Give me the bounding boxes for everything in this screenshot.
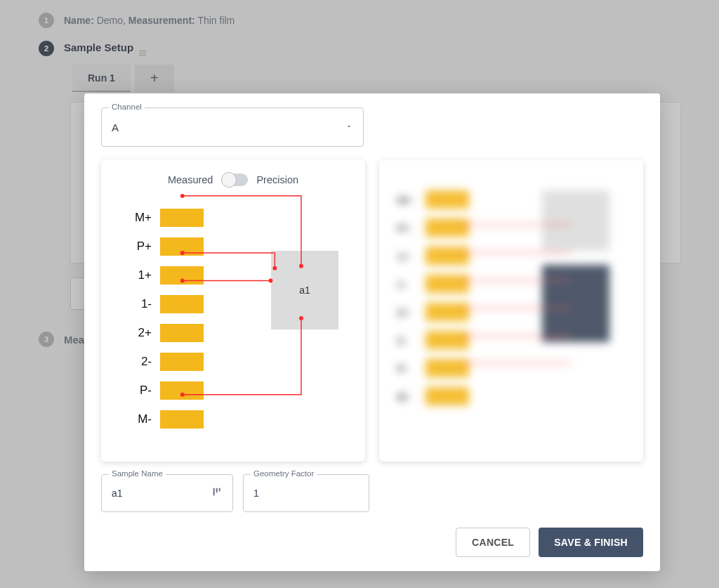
blur-box xyxy=(426,303,469,321)
blur-box xyxy=(426,359,469,377)
menu-icon xyxy=(139,51,150,55)
blur-box xyxy=(426,387,469,405)
blur-label: 1- xyxy=(397,278,418,290)
svg-point-0 xyxy=(180,194,185,198)
probe-card-right-blurred: M+ P+ 1+ 1- 2+ 2- P- M- xyxy=(379,159,643,462)
blur-box xyxy=(426,190,469,209)
blur-label: 2+ xyxy=(397,306,418,318)
probe-box[interactable] xyxy=(160,353,204,371)
channel-value: A xyxy=(112,122,345,133)
step-2-header: 2 Sample Setup xyxy=(39,41,685,56)
sample-setup-dialog: Channel A Measured Precision M+ P+ xyxy=(84,93,660,571)
blur-box xyxy=(426,247,469,265)
blur-label: M- xyxy=(397,391,418,403)
probe-label: 2+ xyxy=(128,326,152,340)
sample-name-label: Sample Name xyxy=(109,469,166,478)
step-1-circle: 1 xyxy=(39,13,54,28)
blur-label: P+ xyxy=(397,222,418,234)
blur-sample-light xyxy=(542,190,609,251)
step-3-circle: 3 xyxy=(39,332,54,347)
step1-meas-label: Measurement: xyxy=(128,15,195,26)
sample-name-input[interactable] xyxy=(112,488,211,499)
blur-sample-dark xyxy=(542,265,609,342)
step-2-title: Sample Setup xyxy=(64,41,133,53)
geometry-label: Geometry Factor xyxy=(251,469,317,478)
probe-box[interactable] xyxy=(160,410,204,429)
step-3-title-partial: Mea xyxy=(64,334,84,346)
channel-label: Channel xyxy=(109,103,145,111)
blur-label: M+ xyxy=(397,194,418,206)
step-3-header: 3 Mea xyxy=(39,332,84,347)
geometry-factor-field[interactable]: Geometry Factor xyxy=(243,474,369,512)
sample-chip[interactable]: a1 xyxy=(271,251,338,329)
blur-box xyxy=(426,275,469,293)
blur-label: 1+ xyxy=(397,250,418,262)
probe-label: 1- xyxy=(128,297,152,311)
probe-label: M+ xyxy=(128,211,152,225)
probe-label: M- xyxy=(128,412,152,426)
geometry-input[interactable] xyxy=(253,488,359,499)
channel-select[interactable]: Channel A xyxy=(101,107,364,147)
save-finish-button[interactable]: SAVE & FINISH xyxy=(539,528,643,557)
step-1-header: 1 Name: Demo, Measurement: Thin film xyxy=(39,13,685,28)
probe-label: 2- xyxy=(128,355,152,369)
probe-card-left: Measured Precision M+ P+ 1+ xyxy=(101,159,365,462)
probe-label: P+ xyxy=(128,240,152,254)
probe-box[interactable] xyxy=(160,209,204,227)
probe-box[interactable] xyxy=(160,295,204,313)
probe-label: 1+ xyxy=(128,268,152,282)
toggle-label-precision: Precision xyxy=(256,174,298,185)
blur-label: P- xyxy=(397,362,418,374)
step1-name-label: Name: xyxy=(64,15,94,26)
blur-box xyxy=(426,331,469,349)
blur-box xyxy=(426,218,469,237)
probe-row-pminus: P- xyxy=(128,379,351,403)
step-2-circle: 2 xyxy=(39,41,54,56)
wiring-overlay-blur-icon xyxy=(379,159,643,424)
measured-precision-toggle[interactable] xyxy=(221,174,248,186)
tab-add-button[interactable]: + xyxy=(135,65,174,92)
step1-name-value: Demo, xyxy=(97,15,126,26)
probe-row-2minus: 2- xyxy=(128,350,351,374)
blur-label: 2- xyxy=(397,334,418,346)
toggle-knob xyxy=(221,172,237,188)
probe-row-mplus: M+ xyxy=(128,206,351,230)
probe-box[interactable] xyxy=(160,266,204,285)
probe-box[interactable] xyxy=(160,381,204,400)
toggle-label-measured: Measured xyxy=(168,174,213,185)
tab-run-1[interactable]: Run 1 xyxy=(72,65,131,92)
chevron-down-icon xyxy=(345,121,353,133)
probe-label: P- xyxy=(128,384,152,398)
edit-icon[interactable] xyxy=(211,486,223,500)
cancel-button[interactable]: CANCEL xyxy=(456,528,530,557)
step1-meas-value: Thin film xyxy=(197,15,235,26)
probe-box[interactable] xyxy=(160,237,204,256)
sample-name-field[interactable]: Sample Name xyxy=(101,474,233,512)
probe-box[interactable] xyxy=(160,324,204,342)
probe-row-mminus: M- xyxy=(128,407,351,431)
